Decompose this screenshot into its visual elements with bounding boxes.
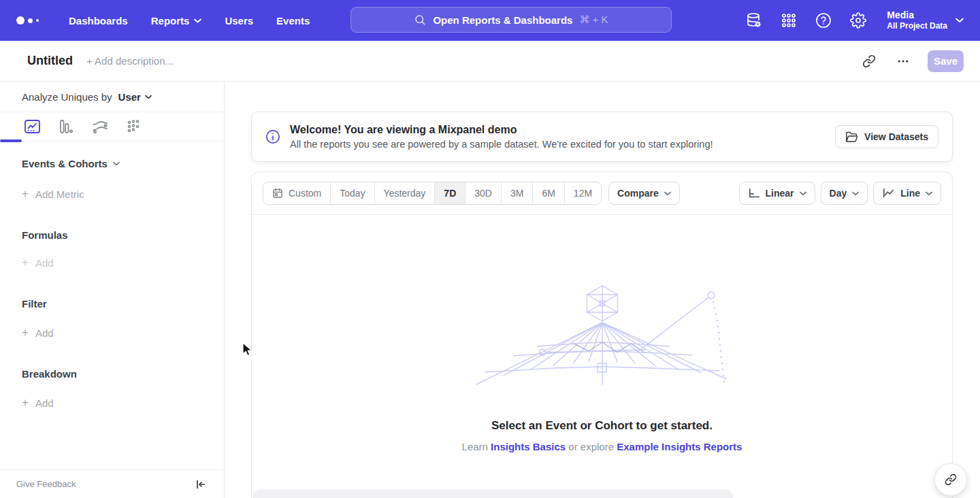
add-breakdown-label: Add [35, 397, 54, 409]
plus-icon: + [22, 256, 29, 269]
nav-item-users[interactable]: Users [225, 15, 253, 27]
tab-bar-chart[interactable] [56, 116, 76, 137]
compare-dropdown[interactable]: Compare [608, 182, 680, 205]
plus-icon: + [22, 187, 29, 201]
scale-dropdown[interactable]: Linear [739, 182, 815, 205]
report-title[interactable]: Untitled [27, 54, 73, 68]
chevron-down-icon [800, 191, 806, 196]
share-link-button[interactable] [934, 463, 967, 496]
line-chart-icon [882, 188, 895, 199]
formulas-section: Formulas [0, 229, 224, 241]
date-range-label: 3M [510, 188, 523, 199]
filter-label: Filter [22, 298, 47, 310]
date-range-label: 12M [574, 188, 592, 199]
bottom-drawer-handle[interactable] [252, 490, 733, 498]
explore-text: or explore [568, 441, 614, 452]
report-canvas: Welcome! You are viewing a Mixpanel demo… [225, 82, 980, 498]
date-range-30d[interactable]: 30D [465, 182, 501, 204]
empty-state-links: Learn Insights Basics or explore Example… [252, 441, 952, 452]
date-range-label: 30D [474, 188, 492, 199]
nav-label: Dashboards [69, 15, 128, 27]
query-builder-sidebar: Analyze Uniques by User [0, 82, 225, 498]
folder-icon [845, 131, 858, 143]
axis-icon [748, 188, 760, 199]
view-datasets-button[interactable]: View Datasets [835, 125, 938, 148]
date-range-today[interactable]: Today [330, 182, 374, 204]
add-metric-button[interactable]: + Add Metric [0, 187, 224, 201]
analyze-by-value: User [118, 91, 141, 103]
nav-label: Reports [151, 15, 190, 27]
nav-label: Events [276, 15, 310, 27]
nav-label: Users [225, 15, 253, 27]
give-feedback-link[interactable]: Give Feedback [16, 479, 76, 489]
add-description-field[interactable]: + Add description... [86, 55, 174, 67]
save-button[interactable]: Save [928, 50, 964, 72]
date-range-6m[interactable]: 6M [532, 182, 564, 204]
add-formula-button[interactable]: + Add [0, 256, 224, 269]
tab-flows[interactable] [90, 116, 110, 137]
banner-title: Welcome! You are viewing a Mixpanel demo [290, 124, 713, 136]
date-range-label: Yesterday [384, 188, 426, 199]
chevron-down-icon [664, 191, 671, 196]
collapse-sidebar-icon[interactable] [195, 479, 206, 490]
compare-label: Compare [617, 188, 659, 199]
add-metric-label: Add Metric [35, 188, 84, 200]
mixpanel-logo-icon[interactable] [16, 16, 39, 24]
analyze-uniques-label: Analyze Uniques by [22, 91, 112, 103]
insights-panel: Custom Today Yesterday 7D 30D 3M 6M 12M … [251, 171, 953, 498]
filter-section: Filter [0, 298, 224, 310]
data-management-icon[interactable] [745, 12, 763, 29]
analyze-by-dropdown[interactable]: User [118, 91, 152, 103]
interval-dropdown[interactable]: Day [821, 182, 868, 205]
date-range-label: 6M [542, 188, 555, 199]
empty-state-title: Select an Event or Cohort to get started… [252, 419, 952, 433]
nav-item-events[interactable]: Events [276, 15, 310, 27]
example-reports-link[interactable]: Example Insights Reports [617, 441, 742, 452]
chevron-down-icon [852, 191, 859, 196]
events-cohorts-section[interactable]: Events & Cohorts [0, 158, 224, 169]
date-range-label: Today [340, 188, 365, 199]
tab-scatter[interactable] [124, 116, 144, 137]
plus-icon: + [22, 326, 29, 339]
apps-grid-icon[interactable] [780, 12, 798, 29]
date-range-custom[interactable]: Custom [263, 182, 330, 204]
top-nav: Dashboards Reports Users Events Open Rep… [0, 0, 980, 41]
date-range-yesterday[interactable]: Yesterday [374, 182, 435, 204]
date-range-12m[interactable]: 12M [564, 182, 601, 204]
search-placeholder: Open Reports & Dashboards [433, 14, 572, 26]
chart-type-label: Line [900, 188, 920, 199]
date-range-label: 7D [444, 188, 456, 199]
calendar-icon [272, 188, 283, 199]
report-header: Untitled + Add description... Save [0, 41, 980, 82]
scale-label: Linear [766, 188, 794, 199]
project-subtitle: All Project Data [887, 21, 947, 31]
copy-link-icon[interactable] [860, 52, 879, 71]
date-range-group: Custom Today Yesterday 7D 30D 3M 6M 12M [263, 182, 602, 205]
empty-chart-area: Select an Event or Cohort to get started… [252, 215, 952, 498]
learn-text: Learn [462, 441, 488, 452]
tab-insights[interactable] [22, 116, 42, 137]
chart-type-dropdown[interactable]: Line [873, 182, 941, 205]
add-formula-label: Add [35, 257, 54, 269]
search-shortcut: ⌘ + K [579, 14, 608, 26]
demo-banner: Welcome! You are viewing a Mixpanel demo… [251, 112, 953, 162]
date-range-7d[interactable]: 7D [434, 182, 465, 204]
nav-item-dashboards[interactable]: Dashboards [69, 15, 128, 27]
breakdown-section: Breakdown [0, 368, 224, 380]
search-input[interactable]: Open Reports & Dashboards ⌘ + K [350, 7, 672, 33]
breakdown-label: Breakdown [22, 368, 77, 380]
info-icon [265, 129, 280, 144]
project-selector[interactable]: Media All Project Data [887, 10, 964, 31]
nav-item-reports[interactable]: Reports [151, 15, 202, 27]
interval-label: Day [830, 188, 847, 199]
add-breakdown-button[interactable]: + Add [0, 396, 224, 410]
add-filter-button[interactable]: + Add [0, 326, 224, 339]
more-options-icon[interactable] [894, 52, 913, 71]
help-icon[interactable] [815, 12, 832, 29]
insights-basics-link[interactable]: Insights Basics [491, 441, 566, 452]
date-range-3m[interactable]: 3M [501, 182, 532, 204]
project-name: Media [887, 10, 947, 21]
banner-subtitle: All the reports you see are powered by a… [290, 139, 713, 150]
settings-gear-icon[interactable] [849, 12, 867, 29]
search-icon [414, 14, 426, 26]
